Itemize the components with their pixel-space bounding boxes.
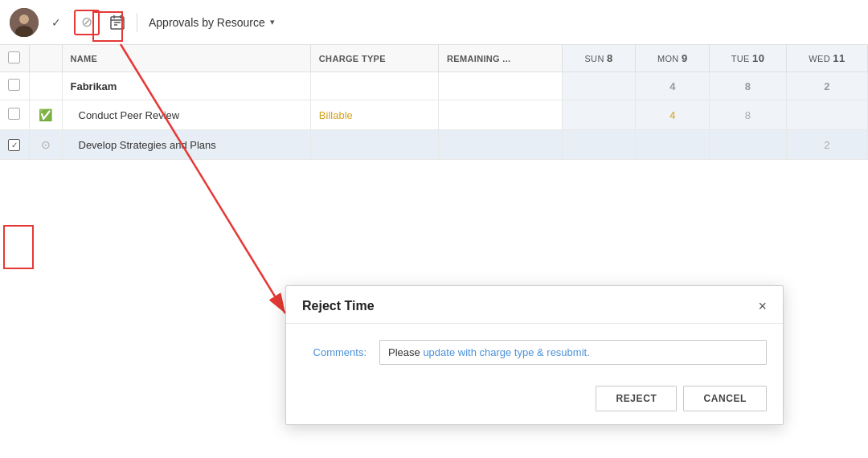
header-tue: TUE 10 <box>710 45 787 72</box>
row-status-cell: ✅ <box>29 100 62 130</box>
view-title[interactable]: Approvals by Resource ▾ <box>149 16 275 29</box>
close-button[interactable]: × <box>758 299 767 313</box>
comments-input[interactable]: Please update with charge type & resubmi… <box>379 340 767 365</box>
row-wed-cell: 2 <box>786 72 867 100</box>
row-name-cell: Fabrikam <box>62 72 310 100</box>
cancel-button[interactable]: CANCEL <box>683 386 767 411</box>
row-tue-cell: 8 <box>710 100 787 130</box>
row-mon-cell: 4 <box>636 72 710 100</box>
table-row: ✓ ⊙ Develop Strategies and Plans 2 <box>0 130 868 160</box>
approvals-table: NAME CHARGE TYPE REMAINING ... SUN 8 MON… <box>0 45 868 160</box>
modal-header: Reject Time × <box>286 286 783 324</box>
header-mon: MON 9 <box>636 45 710 72</box>
row-checkbox-highlight <box>3 225 34 269</box>
table-row: ✅ Conduct Peer Review Billable 4 8 <box>0 100 868 130</box>
row-remaining-cell <box>439 72 563 100</box>
table-row: Fabrikam 4 8 2 <box>0 72 868 100</box>
header-status <box>29 45 62 72</box>
header-sun: SUN 8 <box>562 45 636 72</box>
table-header-row: NAME CHARGE TYPE REMAINING ... SUN 8 MON… <box>0 45 868 72</box>
task2-checkbox[interactable]: ✓ <box>8 139 20 151</box>
header-wed: WED 11 <box>786 45 867 72</box>
row-remaining-cell <box>439 100 563 130</box>
row-status-cell: ⊙ <box>29 130 62 160</box>
dropdown-arrow-icon: ▾ <box>270 17 275 27</box>
row-status-cell <box>29 72 62 100</box>
select-all-checkbox[interactable] <box>8 51 20 63</box>
row-charge-type-cell: Billable <box>310 100 438 130</box>
reject-button[interactable]: REJECT <box>596 386 677 411</box>
row-wed-cell: 2 <box>786 130 867 160</box>
header-remaining: REMAINING ... <box>439 45 563 72</box>
approved-icon: ✅ <box>38 107 54 123</box>
check-icon[interactable]: ✓ <box>45 11 68 34</box>
calendar-icon[interactable] <box>106 11 129 34</box>
svg-point-1 <box>19 14 29 24</box>
row-name-cell: Conduct Peer Review <box>62 100 310 130</box>
header-checkbox[interactable] <box>0 45 29 72</box>
row-sun-cell <box>562 72 636 100</box>
row-checkbox-cell[interactable] <box>0 100 29 130</box>
row-sun-cell <box>562 100 636 130</box>
reject-time-modal: Reject Time × Comments: Please update wi… <box>285 285 784 425</box>
row-sun-cell <box>562 130 636 160</box>
header-charge-type: CHARGE TYPE <box>310 45 438 72</box>
row-remaining-cell <box>439 130 563 160</box>
row-charge-type-cell <box>310 130 438 160</box>
modal-body: Comments: Please update with charge type… <box>286 324 783 378</box>
task1-checkbox[interactable] <box>8 108 20 120</box>
row-mon-cell <box>636 130 710 160</box>
row-tue-cell: 8 <box>710 72 787 100</box>
view-title-label: Approvals by Resource <box>149 16 265 29</box>
header-name: NAME <box>62 45 310 72</box>
row-charge-type-cell <box>310 72 438 100</box>
modal-title: Reject Time <box>302 299 375 313</box>
row-name-cell: Develop Strategies and Plans <box>62 130 310 160</box>
row-tue-cell <box>710 130 787 160</box>
row-mon-cell: 4 <box>636 100 710 130</box>
reject-icon-box[interactable]: ⊘ <box>74 10 100 35</box>
pending-icon: ⊙ <box>38 137 54 153</box>
avatar[interactable] <box>10 8 39 37</box>
group-checkbox[interactable] <box>8 79 20 91</box>
comments-label: Comments: <box>302 346 366 358</box>
row-checkbox-cell[interactable]: ✓ <box>0 130 29 160</box>
toolbar-divider <box>137 13 137 32</box>
comments-row: Comments: Please update with charge type… <box>302 340 767 365</box>
modal-footer: REJECT CANCEL <box>286 378 783 424</box>
row-checkbox-cell[interactable] <box>0 72 29 100</box>
row-wed-cell <box>786 100 867 130</box>
toolbar: ✓ ⊘ Approvals by Resource ▾ <box>0 0 868 45</box>
